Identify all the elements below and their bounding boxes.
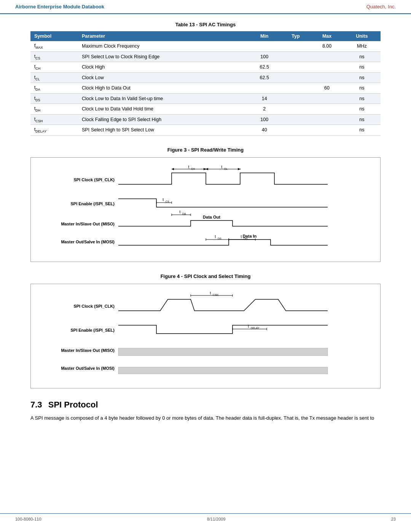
table-row: tCHClock High62.5ns: [30, 62, 381, 73]
col-min: Min: [248, 31, 280, 41]
cell-max: [311, 72, 343, 83]
cell-parameter: Maximum Clock Frequency: [78, 41, 248, 51]
cell-parameter: Clock Low to Data Valid Hold time: [78, 104, 248, 115]
section-heading: 7.3 SPI Protocol: [30, 400, 381, 410]
svg-text:Data In: Data In: [243, 234, 257, 238]
cell-min: 62.5: [248, 62, 280, 73]
figure4-area: Figure 4 - SPI Clock and Select Timing S…: [30, 273, 381, 388]
cell-units: ns: [343, 125, 381, 136]
cell-units: MHz: [343, 41, 381, 51]
svg-text:CH: CH: [191, 168, 195, 170]
cell-units: ns: [343, 114, 381, 125]
svg-text:t: t: [188, 165, 190, 169]
cell-typ: [280, 41, 311, 51]
cell-units: ns: [343, 83, 381, 94]
figure3-title: Figure 3 - SPI Read/Write Timing: [30, 147, 381, 153]
cell-min: 2: [248, 104, 280, 115]
svg-text:DS: DS: [218, 237, 221, 240]
f3-label-en: SPI Enable (/SPI_SEL): [70, 201, 115, 206]
footer-date: 8/11/2009: [207, 517, 226, 521]
col-symbol: Symbol: [30, 31, 78, 41]
cell-parameter: Clock Low: [78, 72, 248, 83]
cell-symbol: tDH: [30, 104, 78, 115]
cell-symbol: tDS: [30, 93, 78, 104]
cell-symbol: tCSH: [30, 114, 78, 125]
figure4-title: Figure 4 - SPI Clock and Select Timing: [30, 273, 381, 279]
cell-symbol: tDA: [30, 83, 78, 94]
cell-typ: [280, 83, 311, 94]
cell-units: ns: [343, 104, 381, 115]
table-row: tCSHClock Falling Edge to SPI Select Hig…: [30, 114, 381, 125]
cell-min: 62.5: [248, 72, 280, 83]
svg-text:t: t: [180, 210, 181, 214]
svg-rect-49: [118, 367, 328, 374]
svg-rect-48: [118, 348, 328, 356]
cell-typ: [280, 114, 311, 125]
cell-parameter: Clock Low to Data In Valid Set-up time: [78, 93, 248, 104]
figure3-svg: SPI Clock (SPI_CLK) SPI Enable (/SPI_SEL…: [42, 165, 385, 253]
table-row: tDSClock Low to Data In Valid Set-up tim…: [30, 93, 381, 104]
svg-text:Master Out/Salve In (MOSI): Master Out/Salve In (MOSI): [61, 366, 115, 371]
cell-typ: [280, 51, 311, 62]
cell-max: [311, 51, 343, 62]
table-title: Table 13 - SPI AC Timings: [30, 22, 381, 27]
footer-page: 23: [391, 517, 396, 521]
cell-units: ns: [343, 51, 381, 62]
f3-miso-signal: [118, 220, 328, 226]
cell-max: [311, 93, 343, 104]
cell-min: [248, 83, 280, 94]
cell-symbol: tDELAY: [30, 125, 78, 136]
cell-parameter: Clock Falling Edge to SPI Select High: [78, 114, 248, 125]
svg-text:CSH: CSH: [213, 294, 218, 296]
figure3-area: Figure 3 - SPI Read/Write Timing SPI Clo…: [30, 147, 381, 262]
cell-min: 14: [248, 93, 280, 104]
svg-text:CL: CL: [224, 168, 228, 170]
svg-text:t: t: [210, 292, 211, 295]
svg-text:t: t: [215, 235, 216, 239]
table-row: tDELAYSPI Select High to SPI Select Low4…: [30, 125, 381, 136]
header-company: Quatech, Inc.: [366, 4, 396, 10]
col-max: Max: [311, 31, 343, 41]
cell-typ: [280, 72, 311, 83]
table-row: tDAClock High to Data Out60ns: [30, 83, 381, 94]
spi-timing-table: Symbol Parameter Min Typ Max Units fMAXM…: [30, 31, 381, 136]
section-body: A SPI message is composed of a 4 byte he…: [30, 414, 381, 422]
cell-min: [248, 41, 280, 51]
svg-text:Master In/Slave Out (MISO): Master In/Slave Out (MISO): [61, 348, 115, 353]
cell-parameter: SPI Select High to SPI Select Low: [78, 125, 248, 136]
svg-text:Data Out: Data Out: [203, 215, 220, 219]
cell-typ: [280, 125, 311, 136]
svg-marker-8: [172, 168, 174, 170]
cell-typ: [280, 93, 311, 104]
cell-parameter: Clock High to Data Out: [78, 83, 248, 94]
cell-max: 60: [311, 83, 343, 94]
cell-symbol: fMAX: [30, 41, 78, 51]
svg-marker-9: [204, 168, 206, 170]
svg-text:t: t: [163, 198, 164, 202]
cell-symbol: tCH: [30, 62, 78, 73]
table-row: tDHClock Low to Data Valid Hold time2ns: [30, 104, 381, 115]
f3-en-signal: [118, 199, 328, 207]
svg-text:CS: CS: [166, 200, 169, 203]
content-area: Table 13 - SPI AC Timings Symbol Paramet…: [0, 14, 411, 441]
cell-parameter: Clock High: [78, 62, 248, 73]
f3-label-miso: Master In/Slave Out (MISO): [61, 222, 115, 226]
svg-text:SPI Enable (/SPI_SEL): SPI Enable (/SPI_SEL): [70, 328, 115, 332]
cell-parameter: SPI Select Low to Clock Rising Edge: [78, 51, 248, 62]
cell-max: [311, 62, 343, 73]
figure3-diagram: SPI Clock (SPI_CLK) SPI Enable (/SPI_SEL…: [30, 157, 381, 262]
svg-text:DELAY: DELAY: [251, 327, 260, 329]
header: Airborne Enterprise Module Databook Quat…: [0, 0, 411, 14]
cell-units: ns: [343, 93, 381, 104]
cell-min: 100: [248, 114, 280, 125]
cell-min: 100: [248, 51, 280, 62]
footer: 100-8080-110 8/11/2009 23: [0, 513, 411, 524]
svg-text:t: t: [248, 324, 249, 328]
table-row: tCSSPI Select Low to Clock Rising Edge10…: [30, 51, 381, 62]
svg-text:SPI Clock (SPI_CLK): SPI Clock (SPI_CLK): [73, 304, 115, 308]
table-row: tCLClock Low62.5ns: [30, 72, 381, 83]
f3-mosi-signal: [118, 240, 328, 245]
cell-max: [311, 104, 343, 115]
f3-clk-signal: [118, 173, 328, 184]
svg-marker-11: [238, 168, 240, 170]
